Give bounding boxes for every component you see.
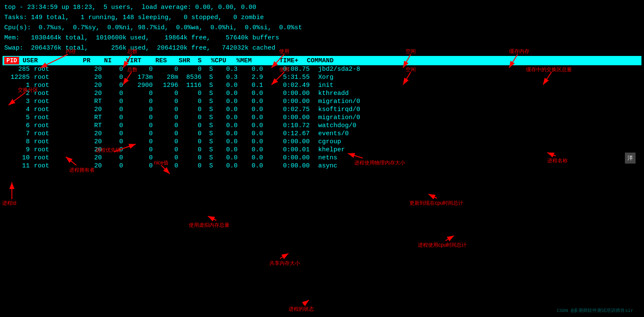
- proc-ni: 0: [106, 66, 127, 73]
- proc-cpu: 0.0: [216, 106, 242, 113]
- proc-virt: 0: [127, 114, 157, 121]
- proc-cmd: watchdog/0: [314, 122, 640, 129]
- process-header: PID USER PR NI VIRT RES SHR S %CPU %MEM …: [3, 56, 641, 65]
- proc-shr: 0: [182, 162, 206, 170]
- table-row: 11 root 20 0 0 0 0 S 0.0 0.0 0:00.00 asy…: [3, 162, 641, 170]
- proc-mem: 0.0: [242, 98, 267, 105]
- proc-user: root: [34, 98, 85, 105]
- proc-cpu: 0.3: [216, 66, 242, 73]
- proc-time: 5:31.55: [267, 74, 314, 81]
- proc-virt: 0: [127, 138, 157, 145]
- svg-line-38: [445, 236, 454, 241]
- proc-s: S: [206, 146, 216, 153]
- proc-cmd: cgroup: [314, 138, 640, 145]
- proc-ni: 0: [106, 98, 127, 105]
- proc-time: 0:10.72: [267, 122, 314, 129]
- table-row: 285 root 20 0 0 0 0 S 0.3 0.0 0:08.75 jb…: [3, 65, 641, 73]
- proc-pid: 285: [4, 66, 34, 73]
- proc-shr: 0: [182, 114, 206, 121]
- proc-pid: 9: [4, 146, 34, 153]
- watermark: CSDN @多测师软件测试培训师肖sir: [557, 307, 633, 314]
- proc-time: 0:00.00: [267, 90, 314, 97]
- proc-pr: RT: [85, 122, 106, 129]
- proc-cmd: jbd2/sda2-8: [314, 66, 640, 73]
- proc-virt: 0: [127, 106, 157, 113]
- proc-user: root: [34, 162, 85, 170]
- table-row: 9 root 20 0 0 0 0 S 0.0 0.0 0:00.01 khel…: [3, 146, 641, 154]
- proc-shr: 8536: [182, 74, 206, 81]
- proc-mem: 0.0: [242, 162, 267, 170]
- proc-virt: 0: [127, 130, 157, 137]
- proc-mem: 0.0: [242, 114, 267, 121]
- header-command: COMMAND: [302, 57, 640, 64]
- proc-mem: 0.0: [242, 146, 267, 153]
- proc-ni: 0: [106, 74, 127, 81]
- process-table: 285 root 20 0 0 0 0 S 0.3 0.0 0:08.75 jb…: [3, 65, 641, 170]
- proc-cpu: 0.0: [216, 90, 242, 97]
- svg-text:更新到现在cpu时间总计: 更新到现在cpu时间总计: [409, 200, 463, 206]
- proc-s: S: [206, 66, 216, 73]
- header-mem: %MEM: [230, 57, 256, 64]
- table-row: 12285 root 20 0 173m 28m 8536 S 0.3 2.9 …: [3, 73, 641, 81]
- proc-pid: 11: [4, 162, 34, 170]
- proc-pr: 20: [85, 154, 106, 161]
- proc-s: S: [206, 74, 216, 81]
- proc-mem: 2.9: [242, 74, 267, 81]
- proc-pr: 20: [85, 66, 106, 73]
- proc-pid: 8: [4, 138, 34, 145]
- proc-cpu: 0.0: [216, 130, 242, 137]
- svg-line-34: [303, 300, 309, 304]
- svg-line-36: [428, 194, 437, 198]
- proc-res: 0: [157, 154, 182, 161]
- proc-user: root: [34, 130, 85, 137]
- proc-time: 0:00.01: [267, 146, 314, 153]
- proc-user: root: [34, 138, 85, 145]
- proc-pr: 20: [85, 130, 106, 137]
- proc-s: S: [206, 114, 216, 121]
- user-label: 洋: [627, 155, 633, 161]
- proc-user: root: [34, 146, 85, 153]
- proc-mem: 0.0: [242, 66, 267, 73]
- header-s: S: [194, 57, 205, 64]
- svg-line-32: [280, 253, 288, 259]
- proc-virt: 0: [127, 66, 157, 73]
- proc-cpu: 0.0: [216, 162, 242, 170]
- proc-time: 0:02.49: [267, 82, 314, 89]
- proc-s: S: [206, 122, 216, 129]
- table-row: 8 root 20 0 0 0 0 S 0.0 0.0 0:00.00 cgro…: [3, 138, 641, 146]
- mem-line: Mem: 1030464k total, 1010600k used, 1986…: [4, 33, 640, 43]
- proc-time: 0:00.00: [267, 162, 314, 170]
- table-row: 3 root RT 0 0 0 0 S 0.0 0.0 0:00.00 migr…: [3, 97, 641, 106]
- proc-virt: 0: [127, 146, 157, 153]
- proc-user: root: [34, 82, 85, 89]
- proc-virt: 0: [127, 90, 157, 97]
- proc-shr: 0: [182, 98, 206, 105]
- proc-ni: 0: [106, 146, 127, 153]
- proc-virt: 0: [127, 162, 157, 170]
- header-pr: PR: [73, 57, 95, 64]
- proc-time: 0:00.00: [267, 138, 314, 145]
- proc-ni: 0: [106, 154, 127, 161]
- proc-shr: 0: [182, 130, 206, 137]
- proc-pr: 20: [85, 90, 106, 97]
- proc-ni: 0: [106, 162, 127, 170]
- proc-cmd: async: [314, 162, 640, 170]
- proc-pid: 3: [4, 98, 34, 105]
- proc-cmd: ksoftirqd/0: [314, 106, 640, 113]
- header-user: USER: [22, 57, 73, 64]
- proc-virt: 2900: [127, 82, 157, 89]
- proc-user: root: [34, 114, 85, 121]
- pid-badge: PID: [4, 57, 19, 64]
- proc-pid: 1: [4, 82, 34, 89]
- svg-text:进程的状态: 进程的状态: [288, 306, 314, 312]
- proc-mem: 0.0: [242, 106, 267, 113]
- line3: Cpu(s): 0.7%us, 0.7%sy, 0.0%ni, 98.7%id,…: [4, 23, 640, 33]
- table-row: 7 root 20 0 0 0 0 S 0.0 0.0 0:12.67 even…: [3, 130, 641, 138]
- proc-user: root: [34, 90, 85, 97]
- proc-cmd: migration/0: [314, 98, 640, 105]
- proc-pid: 4: [4, 106, 34, 113]
- proc-time: 0:00.00: [267, 114, 314, 121]
- proc-s: S: [206, 82, 216, 89]
- proc-res: 1296: [157, 82, 182, 89]
- proc-time: 0:08.75: [267, 66, 314, 73]
